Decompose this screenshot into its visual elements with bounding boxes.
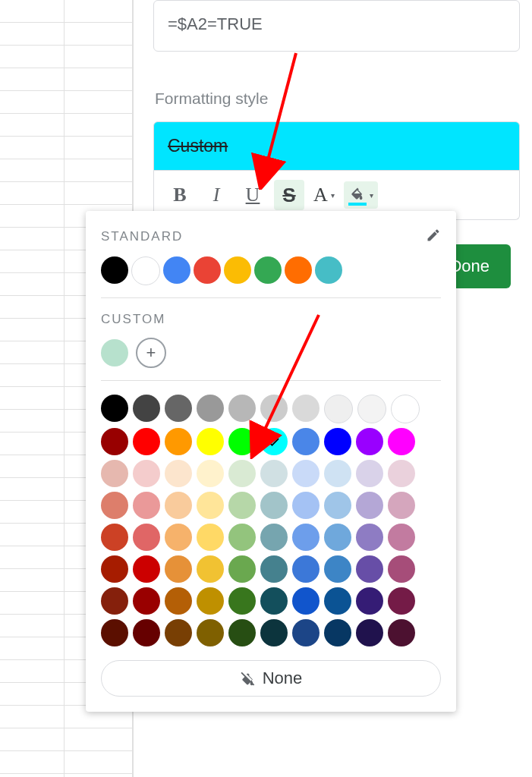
color-swatch[interactable] [324,619,351,646]
underline-button[interactable]: U [238,180,268,210]
color-swatch[interactable] [133,555,160,583]
color-swatch[interactable] [315,256,342,284]
color-swatch[interactable] [324,460,351,487]
color-swatch[interactable] [260,460,288,487]
color-swatch[interactable] [165,460,192,487]
color-swatch[interactable] [292,587,320,615]
color-swatch[interactable] [388,428,415,455]
color-swatch[interactable] [292,395,320,422]
color-swatch[interactable] [388,460,415,487]
color-swatch[interactable] [324,428,351,455]
color-swatch[interactable] [165,555,192,583]
color-swatch[interactable] [228,492,256,519]
standard-colors-row [101,256,441,285]
color-swatch[interactable] [228,555,256,583]
color-swatch[interactable] [165,492,192,519]
color-swatch[interactable] [228,619,256,646]
italic-button[interactable]: I [201,180,231,210]
color-swatch[interactable] [292,428,320,455]
color-swatch[interactable] [356,428,383,455]
color-swatch[interactable] [197,619,224,646]
color-swatch[interactable] [228,395,256,422]
none-button[interactable]: None [101,660,441,697]
color-swatch[interactable] [388,587,415,615]
color-swatch[interactable] [165,587,192,615]
color-swatch[interactable] [194,256,221,284]
color-swatch[interactable] [285,256,312,284]
color-swatch[interactable] [101,395,128,422]
color-swatch[interactable] [101,460,128,487]
color-swatch[interactable] [197,460,224,487]
color-swatch[interactable] [391,395,420,423]
bold-button[interactable]: B [165,180,195,210]
color-swatch[interactable] [133,524,160,551]
color-swatch[interactable] [101,619,128,646]
color-swatch[interactable] [133,395,160,422]
color-swatch[interactable] [163,256,190,284]
color-swatch[interactable] [324,395,353,423]
color-swatch[interactable] [260,428,288,455]
color-swatch[interactable] [101,428,128,455]
strikethrough-button[interactable]: S [274,180,304,210]
color-swatch[interactable] [260,492,288,519]
color-swatch[interactable] [224,256,251,284]
color-swatch[interactable] [324,555,351,583]
color-swatch[interactable] [101,256,128,284]
color-swatch[interactable] [133,492,160,519]
color-swatch[interactable] [101,492,128,519]
color-swatch[interactable] [197,428,224,455]
color-swatch[interactable] [388,524,415,551]
color-swatch[interactable] [228,587,256,615]
color-swatch[interactable] [133,619,160,646]
color-swatch[interactable] [197,587,224,615]
color-swatch[interactable] [197,395,224,422]
formula-input-box[interactable]: =$A2=TRUE [153,0,520,52]
color-swatch[interactable] [131,256,160,285]
color-swatch[interactable] [133,428,160,455]
color-swatch[interactable] [260,555,288,583]
color-swatch[interactable] [133,460,160,487]
color-swatch[interactable] [260,395,288,422]
color-swatch[interactable] [324,492,351,519]
color-swatch[interactable] [356,555,383,583]
fill-color-button[interactable]: ▾ [344,181,378,209]
color-swatch[interactable] [101,339,128,366]
color-swatch[interactable] [133,587,160,615]
color-swatch[interactable] [260,587,288,615]
color-swatch[interactable] [324,587,351,615]
color-swatch[interactable] [197,555,224,583]
color-swatch[interactable] [228,524,256,551]
color-swatch[interactable] [228,428,256,455]
color-swatch[interactable] [101,587,128,615]
color-swatch[interactable] [356,524,383,551]
color-swatch[interactable] [356,460,383,487]
color-swatch[interactable] [165,524,192,551]
color-swatch[interactable] [292,524,320,551]
color-swatch[interactable] [197,492,224,519]
color-swatch[interactable] [292,492,320,519]
text-color-button[interactable]: A ▾ [310,182,338,208]
color-swatch[interactable] [324,524,351,551]
color-swatch[interactable] [165,619,192,646]
edit-icon[interactable] [426,228,441,246]
color-swatch[interactable] [165,428,192,455]
color-swatch[interactable] [228,460,256,487]
color-swatch[interactable] [260,524,288,551]
color-swatch[interactable] [388,619,415,646]
color-swatch[interactable] [165,395,192,422]
color-swatch[interactable] [356,587,383,615]
color-swatch[interactable] [356,619,383,646]
color-swatch[interactable] [388,492,415,519]
color-swatch[interactable] [292,619,320,646]
color-swatch[interactable] [101,524,128,551]
color-swatch[interactable] [292,460,320,487]
color-swatch[interactable] [197,524,224,551]
add-custom-color-button[interactable]: + [136,338,166,368]
color-swatch[interactable] [254,256,282,284]
color-swatch[interactable] [101,555,128,583]
color-swatch[interactable] [260,619,288,646]
color-swatch[interactable] [292,555,320,583]
color-swatch[interactable] [357,395,386,423]
color-swatch[interactable] [356,492,383,519]
color-swatch[interactable] [388,555,415,583]
